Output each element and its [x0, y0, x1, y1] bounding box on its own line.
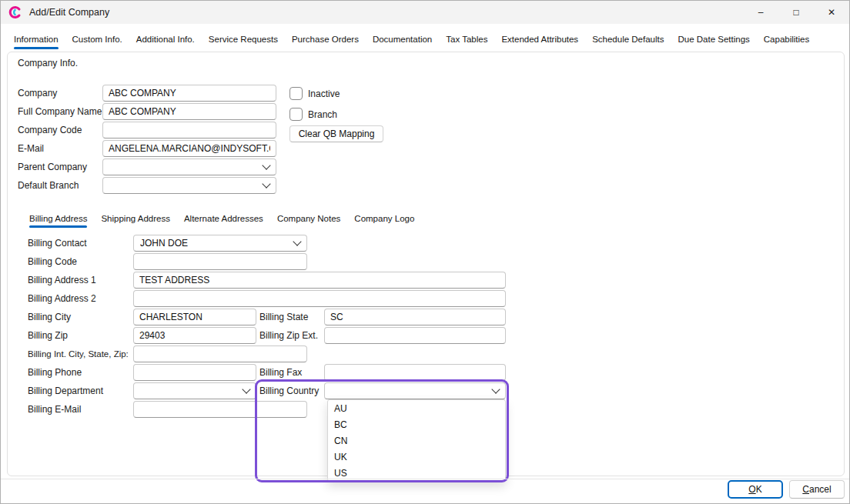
- billing-department-label: Billing Department: [28, 382, 103, 399]
- branch-checkbox[interactable]: [289, 108, 303, 121]
- billing-intl-city-state-zip-label: Billing Int. City, State, Zip:: [28, 345, 129, 362]
- billing-country-label: Billing Country: [259, 382, 319, 399]
- billing-email-input[interactable]: [133, 401, 307, 418]
- billing-department-select[interactable]: [133, 382, 256, 399]
- default-branch-label: Default Branch: [18, 177, 79, 194]
- window-title: Add/Edit Company: [29, 7, 109, 18]
- tab-custom-info[interactable]: Custom Info.: [65, 28, 129, 50]
- tab-shipping-address[interactable]: Shipping Address: [94, 209, 177, 229]
- tab-extended-attributes[interactable]: Extended Attributes: [494, 28, 585, 50]
- billing-code-input[interactable]: [133, 253, 307, 270]
- chevron-down-icon: [262, 179, 270, 188]
- chevron-down-icon: [293, 237, 301, 245]
- close-icon: ✕: [828, 7, 835, 18]
- email-label: E-Mail: [18, 140, 44, 157]
- tab-company-notes[interactable]: Company Notes: [270, 209, 347, 229]
- country-option-cn[interactable]: CN: [328, 433, 505, 449]
- branch-label: Branch: [308, 106, 337, 123]
- billing-zip-label: Billing Zip: [28, 327, 68, 344]
- country-dropdown-list: AU BC CN UK US: [327, 399, 506, 482]
- minimize-icon: –: [758, 7, 764, 18]
- tab-additional-info[interactable]: Additional Info.: [129, 28, 202, 50]
- billing-intl-city-state-zip-input[interactable]: [133, 345, 307, 362]
- tab-due-date-settings[interactable]: Due Date Settings: [671, 28, 756, 50]
- country-option-bc[interactable]: BC: [328, 417, 505, 433]
- billing-city-input[interactable]: [133, 309, 256, 325]
- billing-code-label: Billing Code: [28, 253, 77, 270]
- email-input[interactable]: [102, 140, 276, 157]
- tab-alternate-addresses[interactable]: Alternate Addresses: [177, 209, 270, 229]
- billing-city-label: Billing City: [28, 309, 71, 325]
- minimize-button[interactable]: –: [743, 1, 778, 24]
- chevron-down-icon: [262, 161, 270, 169]
- full-company-name-label: Full Company Name: [18, 103, 102, 120]
- address-tabstrip: Billing Address Shipping Address Alterna…: [22, 209, 421, 229]
- maximize-button[interactable]: □: [778, 1, 814, 24]
- billing-fax-input[interactable]: [324, 364, 506, 381]
- billing-country-select[interactable]: [324, 382, 506, 399]
- billing-contact-select[interactable]: JOHN DOE: [133, 235, 307, 252]
- titlebar: Add/Edit Company – □ ✕: [1, 1, 849, 24]
- tab-schedule-defaults[interactable]: Schedule Defaults: [585, 28, 671, 50]
- default-branch-select[interactable]: [102, 177, 276, 194]
- tab-information[interactable]: Information: [7, 28, 65, 50]
- chevron-down-icon: [242, 385, 250, 393]
- billing-address2-input[interactable]: [133, 290, 506, 307]
- tab-billing-address[interactable]: Billing Address: [22, 209, 94, 229]
- window-controls: – □ ✕: [743, 1, 849, 24]
- tab-capabilities[interactable]: Capabilities: [757, 28, 816, 50]
- company-info-group-label: Company Info.: [18, 55, 78, 72]
- billing-phone-input[interactable]: [133, 364, 256, 381]
- full-company-name-input[interactable]: [102, 103, 276, 120]
- close-button[interactable]: ✕: [814, 1, 849, 24]
- tab-documentation[interactable]: Documentation: [366, 28, 439, 50]
- main-tabstrip: Information Custom Info. Additional Info…: [7, 28, 816, 50]
- billing-address1-input[interactable]: [133, 272, 506, 289]
- maximize-icon: □: [793, 7, 798, 18]
- billing-state-label: Billing State: [259, 309, 308, 325]
- cancel-button[interactable]: Cancel: [789, 480, 845, 499]
- ok-button[interactable]: OK: [728, 480, 783, 499]
- tab-company-logo[interactable]: Company Logo: [347, 209, 421, 229]
- company-code-label: Company Code: [18, 122, 82, 139]
- inactive-checkbox[interactable]: [289, 87, 303, 100]
- billing-state-input[interactable]: [324, 309, 506, 325]
- country-option-au[interactable]: AU: [328, 401, 505, 417]
- company-label: Company: [18, 85, 57, 102]
- tab-purchase-orders[interactable]: Purchase Orders: [285, 28, 366, 50]
- tab-tax-tables[interactable]: Tax Tables: [439, 28, 494, 50]
- billing-contact-label: Billing Contact: [28, 235, 87, 252]
- billing-email-label: Billing E-Mail: [28, 401, 81, 418]
- country-option-uk[interactable]: UK: [328, 449, 505, 466]
- parent-company-select[interactable]: [102, 159, 276, 175]
- chevron-down-icon: [491, 385, 500, 393]
- app-logo-icon: [8, 5, 22, 19]
- company-code-input[interactable]: [102, 122, 276, 139]
- billing-zip-ext-label: Billing Zip Ext.: [259, 327, 318, 344]
- clear-qb-mapping-button[interactable]: Clear QB Mapping: [289, 125, 383, 142]
- billing-zip-input[interactable]: [133, 327, 256, 344]
- inactive-label: Inactive: [308, 85, 340, 102]
- tab-service-requests[interactable]: Service Requests: [202, 28, 285, 50]
- billing-zip-ext-input[interactable]: [324, 327, 506, 344]
- add-edit-company-dialog: Add/Edit Company – □ ✕ Information Custo…: [0, 0, 850, 504]
- billing-address2-label: Billing Address 2: [28, 290, 96, 307]
- billing-fax-label: Billing Fax: [259, 364, 302, 381]
- billing-address1-label: Billing Address 1: [28, 272, 96, 289]
- footer-separator: [1, 479, 850, 479]
- company-input[interactable]: [102, 85, 276, 102]
- billing-phone-label: Billing Phone: [28, 364, 82, 381]
- parent-company-label: Parent Company: [18, 159, 87, 175]
